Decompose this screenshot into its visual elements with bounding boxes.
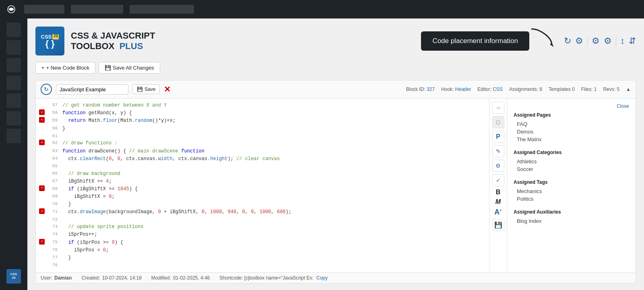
close-panel-link[interactable]: Close	[617, 103, 629, 109]
editor-meta: Editor: CSS	[477, 86, 503, 92]
collapse-icon[interactable]: ▲	[626, 86, 631, 92]
assign-section: Assigned CategoriesAthleticsSoccer	[514, 150, 629, 173]
revs-value[interactable]: 5	[617, 86, 619, 92]
code-editor[interactable]: 57// get random number between X and Y✕5…	[36, 99, 489, 272]
block-id-value[interactable]: 327	[427, 86, 435, 92]
new-code-block-label: + New Code Block	[46, 65, 89, 71]
sidebar-item-3[interactable]	[6, 58, 21, 72]
assign-item: Athletics	[514, 158, 629, 165]
created-info: Created: 10-07-2024, 14:18	[81, 275, 141, 281]
sync-toolbar-icon[interactable]: ↻	[564, 36, 571, 46]
assign-item: Soccer	[514, 165, 629, 173]
code-line: 77 }	[36, 254, 489, 262]
assign-section: Assigned TagsMechanicsPolitics	[514, 179, 629, 203]
block-sync-icon[interactable]: ↻	[41, 84, 52, 95]
user-value: Damian	[54, 275, 72, 281]
block-bottom-bar: User: Damian Created: 10-07-2024, 14:18 …	[36, 272, 636, 283]
assign-section: Assigned AuxiliariesBlog Index	[514, 209, 629, 225]
admin-bar-item-2[interactable]	[71, 5, 123, 14]
save-all-changes-button[interactable]: 💾 Save All Changes	[99, 62, 160, 74]
logo-bracket: { }	[45, 39, 54, 48]
side-pencil-btn[interactable]: ✎	[492, 145, 504, 157]
sidebar-item-plugin[interactable]: CSSJS	[6, 269, 21, 284]
side-gear-btn[interactable]: ⚙	[492, 160, 504, 172]
code-line: ✕68 if (iBgShiftX >= 1045) {	[36, 185, 489, 193]
revs-meta: Revs: 5	[603, 86, 619, 92]
files-value[interactable]: 1	[594, 86, 597, 92]
side-check-btn[interactable]: ✓	[492, 174, 504, 186]
code-line: ✕62// draw functions :	[36, 140, 489, 147]
shortcode-info: Shortcode: [cjtoolbox name="JavaScript E…	[219, 275, 328, 281]
editor-label: Editor:	[477, 86, 491, 92]
sidebar-item-6[interactable]	[6, 111, 21, 125]
code-placement-tooltip: Code placement information	[421, 31, 529, 51]
save-all-label: Save All Changes	[113, 65, 154, 71]
floppy-icon: 💾	[105, 65, 111, 71]
side-db-btn[interactable]: 💾	[492, 219, 504, 231]
hook-value[interactable]: Header	[455, 86, 471, 92]
side-a-btn[interactable]: A+	[494, 208, 502, 216]
code-line: 70 }	[36, 201, 489, 208]
assignments-value[interactable]: 8	[539, 86, 542, 92]
assign-section: Assigned PagesFAQDemosThe Matrix	[514, 112, 629, 143]
sidebar-item-5[interactable]	[6, 93, 21, 108]
assign-item: FAQ	[514, 120, 629, 128]
modified-value: 01-02-2025, 4:46	[173, 275, 210, 281]
editor-row: 57// get random number between X and Y✕5…	[36, 99, 636, 272]
assign-item: Demos	[514, 128, 629, 136]
plugin-title: CSS & JAVASCRIPT TOOLBOX PLUS	[71, 31, 155, 52]
gear-icon[interactable]: ⚙	[575, 36, 583, 46]
templates-label: Templates	[549, 86, 571, 92]
admin-bar-item-1[interactable]	[24, 5, 64, 14]
new-code-block-button[interactable]: + + New Code Block	[35, 62, 95, 74]
code-line: 67 iBgShiftX += 4;	[36, 178, 489, 185]
block-save-button[interactable]: 💾 Save	[132, 84, 160, 94]
code-line: 78	[36, 262, 489, 269]
grid-settings-icon[interactable]: ⚙	[592, 36, 600, 46]
hook-meta: Hook: Header	[441, 86, 471, 92]
side-p-btn[interactable]: P	[492, 131, 504, 143]
code-line: ✕75 if (iSprPos >= 9) {	[36, 239, 489, 247]
plugin-logo: CSS JS { }	[35, 27, 64, 56]
block-name-input[interactable]	[56, 84, 128, 95]
sidebar-item-2[interactable]	[6, 40, 21, 55]
assign-item: Politics	[514, 195, 629, 203]
sidebar-item-1[interactable]	[6, 23, 21, 37]
code-line: 57// get random number between X and Y	[36, 102, 489, 109]
panel-close-area: Close	[514, 103, 629, 109]
copy-shortcode-link[interactable]: Copy	[316, 275, 328, 281]
assignments-meta: Assignments: 8	[509, 86, 542, 92]
shortcode-label: Shortcode: [cjtoolbox name="JavaScript E…	[219, 275, 313, 281]
title-part1: CSS & JAVASCRIPT	[71, 31, 155, 41]
assignments-panel: Close Assigned PagesFAQDemosThe MatrixAs…	[507, 99, 636, 272]
side-m-btn[interactable]: M	[495, 198, 501, 206]
assign-item: Mechanics	[514, 187, 629, 195]
side-toolbar: → □ P ✎ ⚙ ✓ B M A+ 💾	[489, 99, 507, 272]
side-b-btn[interactable]: B	[496, 189, 501, 196]
hook-label: Hook:	[441, 86, 454, 92]
save-label: Save	[144, 86, 155, 92]
created-label: Created:	[81, 275, 100, 281]
code-line: ✕71 ctx.drawImage(backgroundImage, 0 + i…	[36, 208, 489, 216]
assign-section-title: Assigned Pages	[514, 112, 629, 118]
side-arrow-right-btn[interactable]: →	[492, 102, 504, 114]
sidebar-item-7[interactable]	[6, 129, 21, 143]
block-close-button[interactable]: ✕	[164, 85, 171, 93]
sidebar: CSSJS	[0, 19, 27, 290]
user-info: User: Damian	[41, 275, 72, 281]
admin-bar-item-3[interactable]	[130, 5, 194, 14]
editor-value[interactable]: CSS	[493, 86, 503, 92]
code-line: ✕59 return Math.floor(Math.random()*y)+x…	[36, 117, 489, 125]
block-meta: Block ID: 327 Hook: Header Editor: CSS A…	[406, 86, 631, 92]
arrow-icon	[528, 25, 560, 49]
templates-meta: Templates 0	[549, 86, 575, 92]
templates-value[interactable]: 0	[572, 86, 575, 92]
sort-icon[interactable]: ⇵	[629, 36, 636, 46]
tooltip-text: Code placement information	[432, 37, 518, 45]
block-editor: ↻ 💾 Save ✕ Block ID: 327 Hook: Header	[35, 80, 636, 284]
side-arrow-left-btn[interactable]: □	[492, 116, 504, 128]
expand-icon[interactable]: ↕	[620, 36, 625, 46]
sidebar-item-4[interactable]	[6, 76, 21, 90]
gear2-icon[interactable]: ⚙	[604, 36, 612, 46]
wp-logo[interactable]	[5, 3, 18, 16]
